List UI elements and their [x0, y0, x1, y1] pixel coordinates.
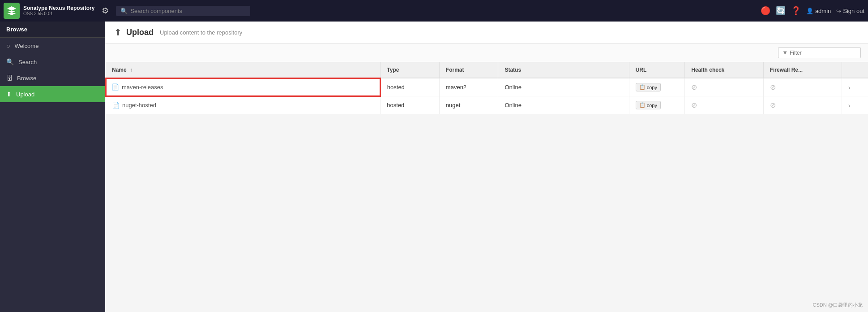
- row-status-maven: Online: [498, 78, 629, 96]
- health-disabled-icon: ⊘: [691, 83, 697, 91]
- row-format-maven: maven2: [439, 78, 498, 96]
- row-action-nuget[interactable]: ›: [842, 96, 868, 114]
- row-status-nuget: Online: [498, 96, 629, 114]
- brand: Sonatype Nexus Repository OSS 3.55.0-01: [4, 3, 94, 19]
- repo-name-maven: maven-releases: [122, 84, 163, 91]
- filter-input-container: ▼: [778, 47, 861, 58]
- filter-icon: ▼: [782, 49, 788, 56]
- upload-sidebar-icon: ⬆: [6, 91, 12, 98]
- repo-name-nuget: nuget-hosted: [122, 102, 156, 108]
- col-header-status[interactable]: Status: [498, 62, 629, 78]
- copy-icon: 📋: [639, 84, 646, 90]
- signout-label: Sign out: [843, 8, 864, 14]
- sidebar-item-upload[interactable]: ⬆ Upload: [0, 86, 105, 102]
- navbar-right: 🔴 🔄 ❓ 👤 admin ↪ Sign out: [761, 6, 864, 16]
- sidebar: Browse ○ Welcome 🔍 Search 🗄 Browse ⬆ Upl…: [0, 22, 105, 312]
- firewall-disabled-icon: ⊘: [770, 83, 776, 91]
- navbar: Sonatype Nexus Repository OSS 3.55.0-01 …: [0, 0, 868, 22]
- chevron-right-icon: ›: [848, 84, 851, 91]
- sort-icon: ↑: [130, 67, 133, 73]
- brand-title: Sonatype Nexus Repository: [23, 5, 94, 11]
- sidebar-item-search[interactable]: 🔍 Search: [0, 54, 105, 70]
- table-row[interactable]: 📄 maven-releases hosted maven2 Online 📋 …: [106, 78, 868, 96]
- row-health-maven[interactable]: ⊘: [685, 78, 763, 96]
- page-header-icon: ⬆: [114, 27, 122, 38]
- table-row[interactable]: 📄 nuget-hosted hosted nuget Online 📋 cop…: [106, 96, 868, 114]
- sidebar-item-welcome-label: Welcome: [14, 43, 38, 49]
- col-header-health[interactable]: Health check: [685, 62, 763, 78]
- col-header-name[interactable]: Name ↑: [106, 62, 381, 78]
- row-firewall-maven[interactable]: ⊘: [763, 78, 842, 96]
- welcome-icon: ○: [6, 42, 10, 49]
- brand-icon: [4, 3, 20, 19]
- page-title: Upload: [126, 28, 154, 37]
- main-layout: Browse ○ Welcome 🔍 Search 🗄 Browse ⬆ Upl…: [0, 22, 868, 312]
- refresh-icon[interactable]: 🔄: [776, 6, 786, 16]
- copy-icon-nuget: 📋: [639, 102, 646, 108]
- row-type-nuget: hosted: [381, 96, 440, 114]
- search-magnifier-icon: 🔍: [120, 8, 128, 14]
- table-header-row: Name ↑ Type Format Status: [106, 62, 868, 78]
- copy-url-button-maven[interactable]: 📋 copy: [636, 83, 661, 91]
- col-header-action: [842, 62, 868, 78]
- row-url-maven[interactable]: 📋 copy: [629, 78, 685, 96]
- content-area: ⬆ Upload Upload content to the repositor…: [105, 22, 868, 312]
- row-type-maven: hosted: [381, 78, 440, 96]
- signout-icon: ↪: [836, 8, 841, 14]
- col-header-firewall[interactable]: Firewall Re...: [763, 62, 842, 78]
- user-icon: 👤: [806, 8, 813, 14]
- chevron-right-icon-nuget: ›: [848, 102, 851, 109]
- repositories-table: Name ↑ Type Format Status: [105, 62, 868, 114]
- watermark: CSDN @口袋里的小龙: [813, 302, 863, 308]
- user-menu[interactable]: 👤 admin: [806, 8, 831, 14]
- health-disabled-icon-nuget: ⊘: [691, 101, 697, 109]
- sidebar-item-welcome[interactable]: ○ Welcome: [0, 38, 105, 54]
- sidebar-item-browse[interactable]: 🗄 Browse: [0, 70, 105, 86]
- filter-bar: ▼: [105, 43, 868, 62]
- col-header-format[interactable]: Format: [439, 62, 498, 78]
- copy-url-button-nuget[interactable]: 📋 copy: [636, 101, 661, 109]
- sidebar-item-browse-label: Browse: [17, 75, 36, 82]
- help-icon[interactable]: ❓: [791, 6, 801, 16]
- row-name-maven[interactable]: 📄 maven-releases: [106, 78, 381, 96]
- row-name-nuget[interactable]: 📄 nuget-hosted: [106, 96, 381, 114]
- search-sidebar-icon: 🔍: [6, 58, 14, 65]
- sidebar-item-upload-label: Upload: [16, 91, 34, 98]
- row-action-maven[interactable]: ›: [842, 78, 868, 96]
- search-box: 🔍: [116, 6, 250, 16]
- row-health-nuget[interactable]: ⊘: [685, 96, 763, 114]
- col-header-type[interactable]: Type: [381, 62, 440, 78]
- table-area: ▼ Name ↑ Type For: [105, 43, 868, 312]
- repo-doc-icon: 📄: [111, 83, 119, 91]
- sidebar-header: Browse: [0, 22, 105, 38]
- row-url-nuget[interactable]: 📋 copy: [629, 96, 685, 114]
- browse-icon: 🗄: [6, 74, 13, 82]
- repo-doc-icon-nuget: 📄: [112, 102, 120, 109]
- row-firewall-nuget[interactable]: ⊘: [763, 96, 842, 114]
- firewall-disabled-icon-nuget: ⊘: [770, 101, 776, 109]
- username: admin: [815, 8, 831, 14]
- signout-button[interactable]: ↪ Sign out: [836, 8, 864, 14]
- search-input[interactable]: [130, 8, 246, 14]
- col-header-url[interactable]: URL: [629, 62, 685, 78]
- warning-icon[interactable]: 🔴: [761, 6, 770, 16]
- sidebar-item-search-label: Search: [18, 59, 37, 65]
- page-header: ⬆ Upload Upload content to the repositor…: [105, 22, 868, 43]
- row-format-nuget: nuget: [439, 96, 498, 114]
- settings-icon[interactable]: ⚙: [98, 4, 112, 17]
- filter-input[interactable]: [790, 50, 857, 56]
- brand-version: OSS 3.55.0-01: [23, 11, 94, 17]
- page-subtitle: Upload content to the repository: [160, 29, 242, 36]
